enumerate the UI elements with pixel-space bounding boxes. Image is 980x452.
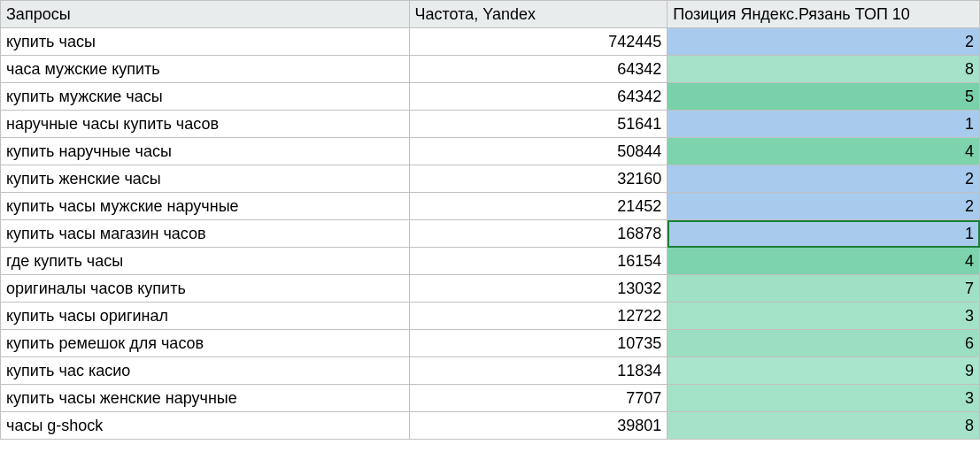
cell-query[interactable]: купить час касио bbox=[1, 357, 410, 385]
cell-query[interactable]: купить часы bbox=[1, 28, 410, 56]
cell-query[interactable]: купить часы женские наручные bbox=[1, 385, 410, 412]
cell-frequency[interactable]: 51641 bbox=[409, 111, 667, 138]
cell-query[interactable]: купить часы оригинал bbox=[1, 303, 410, 330]
cell-query[interactable]: оригиналы часов купить bbox=[1, 275, 410, 303]
table-row: купить часы магазин часов168781 bbox=[1, 220, 980, 248]
table-header-row: Запросы Частота, Yandex Позиция Яндекс.Р… bbox=[1, 1, 980, 28]
cell-frequency[interactable]: 16878 bbox=[409, 220, 667, 248]
table-row: часы g-shock398018 bbox=[1, 412, 980, 440]
cell-position[interactable]: 2 bbox=[667, 165, 980, 193]
table-row: купить наручные часы508444 bbox=[1, 138, 980, 165]
cell-frequency[interactable]: 64342 bbox=[409, 83, 667, 111]
table-row: оригиналы часов купить130327 bbox=[1, 275, 980, 303]
cell-position[interactable]: 1 bbox=[667, 111, 980, 138]
cell-query[interactable]: купить женские часы bbox=[1, 165, 410, 193]
table-row: купить часы мужские наручные214522 bbox=[1, 193, 980, 220]
cell-position[interactable]: 2 bbox=[667, 28, 980, 56]
cell-position[interactable]: 6 bbox=[667, 330, 980, 357]
table-row: купить ремешок для часов107356 bbox=[1, 330, 980, 357]
cell-query[interactable]: купить наручные часы bbox=[1, 138, 410, 165]
table-row: купить мужские часы643425 bbox=[1, 83, 980, 111]
table-row: купить часы7424452 bbox=[1, 28, 980, 56]
table-row: часа мужские купить643428 bbox=[1, 56, 980, 83]
cell-position[interactable]: 5 bbox=[667, 83, 980, 111]
table-row: где купить часы161544 bbox=[1, 248, 980, 275]
cell-query[interactable]: купить ремешок для часов bbox=[1, 330, 410, 357]
header-position[interactable]: Позиция Яндекс.Рязань ТОП 10 bbox=[667, 1, 980, 28]
cell-frequency[interactable]: 64342 bbox=[409, 56, 667, 83]
data-table: Запросы Частота, Yandex Позиция Яндекс.Р… bbox=[0, 0, 980, 440]
cell-position[interactable]: 3 bbox=[667, 385, 980, 412]
cell-frequency[interactable]: 11834 bbox=[409, 357, 667, 385]
cell-position[interactable]: 4 bbox=[667, 248, 980, 275]
table-row: купить часы оригинал127223 bbox=[1, 303, 980, 330]
cell-position[interactable]: 8 bbox=[667, 56, 980, 83]
cell-query[interactable]: часа мужские купить bbox=[1, 56, 410, 83]
cell-frequency[interactable]: 32160 bbox=[409, 165, 667, 193]
cell-position[interactable]: 1 bbox=[667, 220, 980, 248]
cell-frequency[interactable]: 21452 bbox=[409, 193, 667, 220]
cell-position[interactable]: 4 bbox=[667, 138, 980, 165]
cell-query[interactable]: наручные часы купить часов bbox=[1, 111, 410, 138]
cell-position[interactable]: 3 bbox=[667, 303, 980, 330]
table-row: купить часы женские наручные77073 bbox=[1, 385, 980, 412]
table-row: наручные часы купить часов516411 bbox=[1, 111, 980, 138]
header-query[interactable]: Запросы bbox=[1, 1, 410, 28]
cell-frequency[interactable]: 12722 bbox=[409, 303, 667, 330]
cell-frequency[interactable]: 39801 bbox=[409, 412, 667, 440]
table-row: купить час касио118349 bbox=[1, 357, 980, 385]
cell-query[interactable]: где купить часы bbox=[1, 248, 410, 275]
cell-position[interactable]: 9 bbox=[667, 357, 980, 385]
cell-position[interactable]: 7 bbox=[667, 275, 980, 303]
cell-query[interactable]: купить часы мужские наручные bbox=[1, 193, 410, 220]
cell-frequency[interactable]: 16154 bbox=[409, 248, 667, 275]
cell-position[interactable]: 2 bbox=[667, 193, 980, 220]
table-row: купить женские часы321602 bbox=[1, 165, 980, 193]
cell-query[interactable]: купить мужские часы bbox=[1, 83, 410, 111]
cell-position[interactable]: 8 bbox=[667, 412, 980, 440]
cell-query[interactable]: купить часы магазин часов bbox=[1, 220, 410, 248]
cell-frequency[interactable]: 10735 bbox=[409, 330, 667, 357]
cell-frequency[interactable]: 50844 bbox=[409, 138, 667, 165]
cell-frequency[interactable]: 7707 bbox=[409, 385, 667, 412]
header-frequency[interactable]: Частота, Yandex bbox=[409, 1, 667, 28]
cell-query[interactable]: часы g-shock bbox=[1, 412, 410, 440]
cell-frequency[interactable]: 742445 bbox=[409, 28, 667, 56]
cell-frequency[interactable]: 13032 bbox=[409, 275, 667, 303]
